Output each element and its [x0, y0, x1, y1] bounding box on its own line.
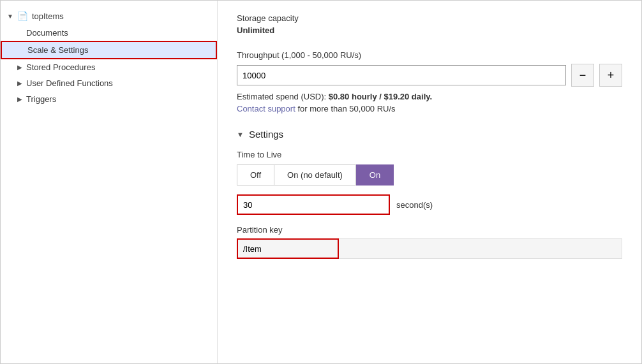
sidebar: ▼ 📄 topItems Documents Scale & Settings … [1, 1, 218, 363]
sidebar-item-stored-procedures[interactable]: ▶ Stored Procedures [1, 59, 217, 75]
storage-capacity-label: Storage capacity [237, 13, 622, 23]
udf-chevron: ▶ [17, 80, 22, 87]
throughput-section: Throughput (1,000 - 50,000 RU/s) − + Est… [237, 50, 622, 113]
sidebar-item-documents-label: Documents [26, 28, 68, 38]
sidebar-item-stored-procedures-label: Stored Procedures [26, 62, 95, 72]
sidebar-item-documents[interactable]: Documents [1, 25, 217, 41]
partition-key-input[interactable] [237, 238, 339, 259]
settings-section: ▼ Settings Time to Live Off On (no defau… [237, 129, 622, 259]
settings-header-label: Settings [249, 129, 283, 140]
main-window: ▼ 📄 topItems Documents Scale & Settings … [0, 0, 642, 364]
throughput-label: Throughput (1,000 - 50,000 RU/s) [237, 50, 622, 60]
sidebar-item-triggers-label: Triggers [26, 94, 56, 104]
sidebar-item-user-defined-functions[interactable]: ▶ User Defined Functions [1, 75, 217, 91]
ttl-label: Time to Live [237, 150, 622, 159]
sidebar-item-udf-label: User Defined Functions [26, 78, 113, 88]
contact-support-link[interactable]: Contact support [237, 104, 295, 113]
increase-button[interactable]: + [599, 64, 622, 87]
throughput-input[interactable] [237, 65, 566, 85]
main-content: Storage capacity Unlimited Throughput (1… [218, 1, 641, 363]
throughput-row: − + [237, 64, 622, 87]
stored-procedures-chevron: ▶ [17, 64, 22, 71]
partition-rest [339, 238, 622, 259]
sidebar-item-scale-settings-label: Scale & Settings [27, 45, 88, 55]
doc-icon: 📄 [17, 11, 28, 21]
ttl-input[interactable] [237, 194, 390, 215]
estimate-text: Estimated spend (USD): $0.80 hourly / $1… [237, 92, 622, 101]
estimate-bold: $0.80 hourly / $19.20 daily. [329, 92, 432, 101]
settings-header: ▼ Settings [237, 129, 622, 140]
contact-suffix: for more than 50,000 RU/s [297, 104, 395, 113]
sidebar-top-item[interactable]: ▼ 📄 topItems [1, 7, 217, 25]
ttl-on-button[interactable]: On [356, 164, 394, 186]
expand-chevron: ▼ [7, 13, 13, 20]
ttl-button-group: Off On (no default) On [237, 164, 622, 186]
ttl-input-row: second(s) [237, 194, 622, 215]
triggers-chevron: ▶ [17, 96, 22, 103]
contact-row: Contact support for more than 50,000 RU/… [237, 104, 622, 113]
settings-chevron: ▼ [237, 131, 244, 138]
decrease-button[interactable]: − [571, 64, 594, 87]
ttl-unit: second(s) [396, 200, 433, 210]
partition-key-row [237, 238, 622, 259]
estimate-prefix: Estimated spend (USD): [237, 92, 326, 101]
partition-key-label: Partition key [237, 225, 622, 235]
storage-capacity-section: Storage capacity Unlimited [237, 13, 622, 35]
storage-capacity-value: Unlimited [237, 25, 622, 35]
sidebar-item-scale-settings[interactable]: Scale & Settings [1, 41, 217, 59]
sidebar-item-triggers[interactable]: ▶ Triggers [1, 91, 217, 107]
ttl-on-no-default-button[interactable]: On (no default) [274, 164, 356, 186]
sidebar-top-label: topItems [32, 11, 64, 21]
ttl-off-button[interactable]: Off [237, 164, 274, 186]
